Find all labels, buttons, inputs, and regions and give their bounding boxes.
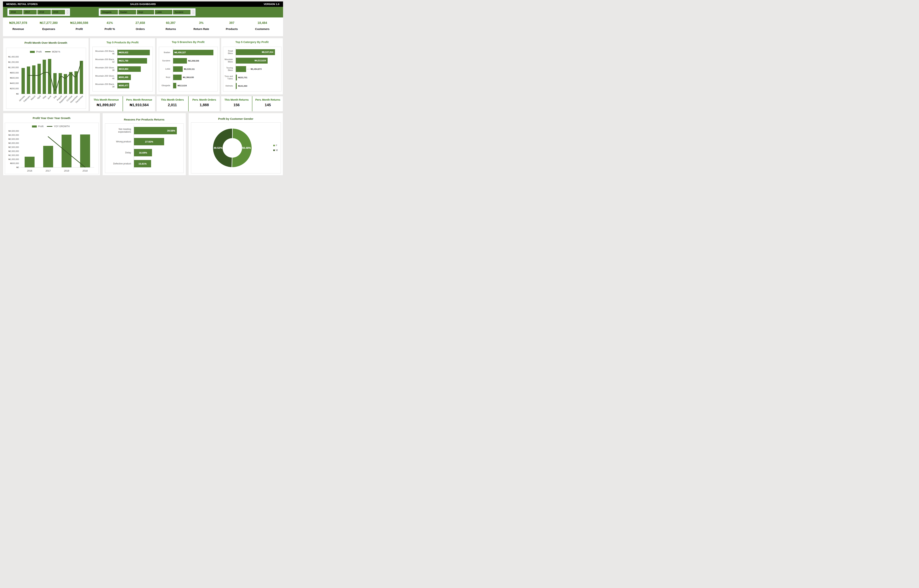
gender-profit-panel: Profit by Customer Gender 49.52% 50.48% …: [188, 113, 283, 175]
category-label: Gbagada: [159, 81, 172, 90]
category-bar-chart: Road Bikes₦5,537,014Mountain Bikes₦4,513…: [223, 47, 281, 91]
legend-label: M: [276, 149, 278, 152]
mom-growth-panel: Profit Month Over Month Growth Profit MO…: [3, 38, 89, 111]
y-axis-tick: ₦800,000: [10, 72, 19, 74]
male-swatch: [273, 150, 275, 151]
x-axis-label: April: [37, 95, 41, 100]
kpi-value: 27,658: [125, 21, 155, 25]
bar-zone: ₦141,060: [236, 82, 280, 90]
legend-label: MOM %: [52, 50, 60, 53]
x-axis: JanuaryFebruaryMarchAprilMayJuneJulyAugu…: [21, 94, 84, 108]
y-axis: ₦0₦200,000₦400,000₦600,000₦800,000₦1,000…: [7, 57, 19, 94]
bar: ₦621,760: [117, 58, 147, 63]
legend-label: F: [276, 144, 277, 147]
chart-row-helmets: Helmets₦141,060: [223, 82, 281, 90]
summary-value: ₦1,899,607: [90, 103, 123, 107]
scroll-down-icon[interactable]: ˅: [191, 12, 195, 15]
legend-label: Profit: [38, 125, 44, 128]
bar: 15.81%: [134, 160, 151, 167]
perv-month-orders-box: Perv. Month Orders1,888: [188, 96, 220, 111]
bar: [173, 58, 187, 63]
summary-value: 2,011: [157, 103, 188, 107]
summary-label: This Month Returns: [221, 98, 252, 101]
kpi-band: ₦29,357,978Revenue₦17,277,380Expenses₦12…: [3, 18, 283, 36]
female-share-label: 50.48%: [242, 146, 251, 149]
kpi-label: Return Rate: [186, 27, 217, 31]
title-bar: MENDEL RETAIL STORES SALES DASHBOARD VER…: [3, 2, 283, 7]
bar-zone: 39.58%: [134, 125, 183, 136]
chart-title: Profit Year Over Year Growth: [3, 116, 100, 120]
mom-plot-area: [21, 57, 84, 94]
y-axis-tick: ₦0: [16, 166, 19, 168]
chart-row-mountain-200-silver-38: Mountain-200 Silver, 38₦610,864: [93, 65, 153, 73]
branch-slicer-button-surulere[interactable]: Surulere: [173, 10, 191, 15]
kpi-products: 397Products: [217, 18, 247, 36]
gender-chartbox: 49.52% 50.48% F M: [191, 122, 281, 173]
branch-slicer-button-ikoyi[interactable]: Ikoyi: [137, 10, 154, 15]
kpi-orders: 27,658Orders: [125, 18, 155, 36]
category-label: Mountain Bikes: [223, 57, 234, 65]
chart-row-wrong-product: Wrong product27.92%: [105, 136, 184, 147]
branch-slicer-button-lekki[interactable]: Lekki: [155, 10, 172, 15]
kpi-value: 18,484: [247, 21, 278, 25]
category-label: Not meeting expectations: [105, 125, 132, 136]
y-axis-tick: ₦2,500,000: [8, 146, 19, 148]
kpi-label: Profit: [64, 27, 94, 31]
branch-slicer-button-ibadan[interactable]: Ibadan: [118, 10, 136, 15]
y-axis-tick: ₦1,000,000: [8, 66, 19, 68]
category-chartbox: Road Bikes₦5,537,014Mountain Bikes₦4,513…: [223, 47, 282, 92]
summary-value: 145: [252, 103, 283, 107]
y-axis-tick: ₦3,000,000: [8, 142, 19, 144]
scroll-up-icon[interactable]: ˄: [191, 10, 195, 12]
branch-slicer-scrollbar[interactable]: ˄ ˅: [191, 10, 195, 15]
branch-slicer-button-gbagada[interactable]: Gbagada: [100, 10, 118, 15]
scroll-down-icon[interactable]: ˅: [66, 12, 69, 15]
chart-row-mountain-200-silver-46: Mountain-200 Silver, 46₦593,490: [93, 73, 153, 81]
category-label: Surulere: [159, 57, 172, 65]
bar: [173, 66, 183, 72]
year-slicer: 2016201720182019 ˄ ˅: [7, 8, 70, 16]
value-label: 39.58%: [167, 127, 175, 134]
year-slicer-scrollbar[interactable]: ˄ ˅: [66, 10, 69, 15]
top-category-panel: Top 5 Catergory By Profit Road Bikes₦5,5…: [221, 38, 283, 95]
kpi-label: Returns: [155, 27, 186, 31]
summary-value: 1,888: [189, 103, 220, 107]
kpi-value: 397: [217, 21, 247, 25]
this-month-revenue-box: This Month Revenue₦1,899,607: [90, 96, 123, 111]
value-label: ₦4,513,624: [254, 58, 266, 63]
chart-row-mountain-200-black-38: Mountain-200 Black, 38₦590,477: [93, 81, 153, 90]
category-label: Helmets: [223, 82, 234, 90]
bar: 16.69%: [134, 149, 152, 156]
value-label: ₦141,060: [238, 85, 247, 87]
summary-label: Perv. Month Orders: [189, 98, 220, 101]
products-bar-chart: Mountain-200 Black, 46₦626,622Mountain-2…: [93, 47, 153, 91]
chart-row-gbagada: Gbagada₦513,024: [159, 81, 218, 90]
year-slicer-button-2016[interactable]: 2016: [9, 10, 23, 15]
value-label: ₦610,864: [119, 66, 128, 72]
bar-zone: ₦1,533,111: [173, 65, 217, 73]
scroll-up-icon[interactable]: ˄: [66, 10, 69, 12]
page-title: SALES DASHBOARD: [3, 2, 283, 7]
donut-hole: [223, 138, 242, 158]
y-axis-tick: ₦200,000: [10, 87, 19, 90]
legend: F M: [273, 144, 278, 152]
chart-title: Top 5 Branches By Profit: [157, 40, 220, 44]
year-slicer-button-2018[interactable]: 2018: [37, 10, 51, 15]
value-label: ₦621,760: [119, 58, 128, 63]
year-slicer-button-2019[interactable]: 2019: [52, 10, 65, 15]
kpi-label: Orders: [125, 27, 155, 31]
slicer-band: 2016201720182019 ˄ ˅ GbagadaIbadanIkoyiL…: [3, 7, 283, 18]
x-axis-label: May: [42, 95, 47, 99]
value-label: ₦626,622: [119, 50, 128, 55]
value-label: 16.69%: [139, 149, 147, 156]
x-axis: 2016201720192018: [20, 168, 94, 173]
y-axis-tick: ₦4,000,000: [8, 134, 19, 136]
chart-title: Profit by Customer Gender: [189, 117, 283, 120]
legend-item-f: F: [273, 144, 278, 147]
revenue-summary-box: This Month Revenue₦1,899,607Perv. Month …: [90, 96, 155, 111]
bar-zone: ₦621,760: [117, 57, 152, 65]
chart-row-tires-and-tubes: Tires and Tubes₦153,701: [223, 73, 281, 82]
category-label: Lekki: [159, 65, 172, 73]
y-axis-tick: ₦2,000,000: [8, 150, 19, 152]
year-slicer-button-2017[interactable]: 2017: [23, 10, 37, 15]
